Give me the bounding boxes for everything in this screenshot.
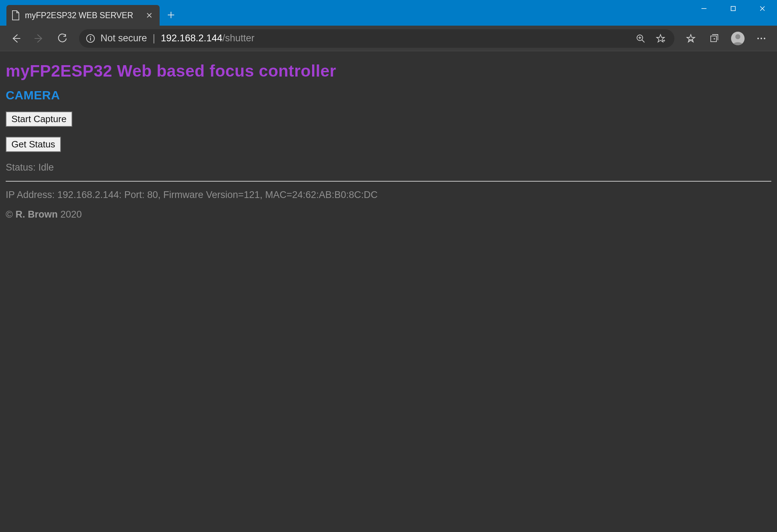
site-info-icon[interactable] xyxy=(86,33,95,43)
address-text: Not secure | 192.168.2.144/shutter xyxy=(100,33,628,44)
favorites-button[interactable] xyxy=(680,28,701,49)
window-close-button[interactable] xyxy=(748,0,777,17)
divider xyxy=(6,181,771,182)
page-content: myFP2ESP32 Web based focus controller CA… xyxy=(0,51,777,532)
browser-toolbar: Not secure | 192.168.2.144/shutter xyxy=(0,26,777,51)
zoom-icon[interactable] xyxy=(633,31,648,46)
tab-close-button[interactable] xyxy=(145,11,153,19)
address-separator: | xyxy=(151,33,157,44)
window-minimize-button[interactable] xyxy=(689,0,719,17)
copyright-author: R. Brown xyxy=(15,209,58,220)
svg-point-9 xyxy=(764,37,765,39)
avatar-icon xyxy=(731,32,745,45)
svg-rect-0 xyxy=(731,6,735,11)
address-bar[interactable]: Not secure | 192.168.2.144/shutter xyxy=(79,29,674,48)
window-controls xyxy=(689,0,777,17)
svg-point-2 xyxy=(90,36,91,37)
svg-point-8 xyxy=(761,37,762,39)
security-label: Not secure xyxy=(100,33,147,44)
tab-title: myFP2ESP32 WEB SERVER xyxy=(25,11,140,20)
menu-button[interactable] xyxy=(751,28,772,49)
tab-strip: myFP2ESP32 WEB SERVER xyxy=(0,0,180,26)
refresh-button[interactable] xyxy=(52,28,73,49)
copyright: © R. Brown 2020 xyxy=(6,209,771,220)
page-heading: myFP2ESP32 Web based focus controller xyxy=(6,61,771,80)
collections-button[interactable] xyxy=(704,28,725,49)
new-tab-button[interactable] xyxy=(162,6,180,24)
copyright-prefix: © xyxy=(6,209,15,220)
copyright-year: 2020 xyxy=(58,209,82,220)
window-titlebar: myFP2ESP32 WEB SERVER xyxy=(0,0,777,26)
svg-point-7 xyxy=(757,37,759,39)
add-favorite-icon[interactable] xyxy=(653,31,668,46)
section-heading: CAMERA xyxy=(6,88,771,102)
get-status-button[interactable]: Get Status xyxy=(6,137,61,152)
forward-button[interactable] xyxy=(29,28,50,49)
profile-button[interactable] xyxy=(727,28,748,49)
browser-tab[interactable]: myFP2ESP32 WEB SERVER xyxy=(6,5,160,26)
address-path: /shutter xyxy=(222,33,254,43)
window-maximize-button[interactable] xyxy=(719,0,748,17)
page-icon xyxy=(11,10,20,20)
address-host: 192.168.2.144 xyxy=(161,33,223,43)
svg-point-6 xyxy=(735,34,740,39)
info-line: IP Address: 192.168.2.144: Port: 80, Fir… xyxy=(6,189,771,200)
status-text: Status: Idle xyxy=(6,162,771,173)
start-capture-button[interactable]: Start Capture xyxy=(6,111,72,127)
svg-rect-3 xyxy=(90,38,91,41)
back-button[interactable] xyxy=(5,28,26,49)
